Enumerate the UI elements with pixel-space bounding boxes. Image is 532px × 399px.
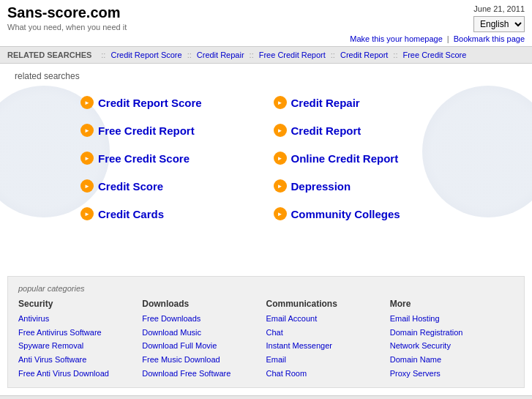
cat-link-network-security[interactable]: Network Security (390, 339, 514, 353)
arrow-icon (274, 124, 287, 137)
page-wrapper: Sans-score.com What you need, when you n… (0, 0, 532, 399)
popular-categories-title: popular categories (18, 284, 514, 293)
link-online-credit-report[interactable]: Online Credit Report (291, 152, 399, 165)
cat-link-download-sw[interactable]: Download Free Software (142, 367, 266, 381)
category-communications: Communications Email Account Chat Instan… (266, 299, 390, 380)
search-link-item: Credit Score (73, 172, 266, 200)
cat-link-download-movie[interactable]: Download Full Movie (142, 339, 266, 353)
popular-categories-section: popular categories Security Antivirus Fr… (7, 276, 525, 388)
categories-grid: Security Antivirus Free Antivirus Softwa… (18, 299, 514, 380)
category-more: More Email Hosting Domain Registration N… (390, 299, 514, 380)
arrow-icon (80, 179, 94, 193)
cat-link-free-antivirus[interactable]: Free Antivirus Software (18, 326, 142, 340)
link-credit-report-score[interactable]: Credit Report Score (98, 97, 202, 109)
site-logo: Sans-score.com (7, 4, 127, 21)
category-heading-communications: Communications (266, 299, 390, 309)
arrow-icon (274, 207, 287, 220)
arrow-icon (80, 124, 94, 137)
cat-link-domain-name[interactable]: Domain Name (390, 353, 514, 367)
cat-link-email[interactable]: Email (266, 353, 390, 367)
cat-link-email-hosting[interactable]: Email Hosting (390, 312, 514, 326)
arrow-icon (80, 207, 94, 220)
sep1: :: (101, 51, 105, 59)
top-bar: Sans-score.com What you need, when you n… (0, 0, 532, 47)
bottom-search-bar: 🔍 Search (0, 395, 532, 399)
search-link-item: Free Credit Score (73, 144, 266, 172)
arrow-icon (274, 96, 287, 109)
search-link-item: Online Credit Report (266, 144, 460, 172)
language-select[interactable]: English (473, 16, 525, 32)
bookmark-link[interactable]: Bookmark this page (454, 34, 525, 43)
top-right: June 21, 2011 English Make this your hom… (350, 4, 525, 43)
main-content: related searches Credit Report Score Cre… (0, 64, 532, 269)
search-links-grid: Credit Report Score Credit Repair Free C… (73, 89, 459, 228)
search-link-item: Depression (266, 172, 460, 200)
arrow-icon (274, 179, 287, 193)
link-separator: | (447, 34, 452, 43)
link-credit-cards[interactable]: Credit Cards (98, 208, 164, 220)
arrow-icon (80, 152, 94, 165)
cat-link-domain-reg[interactable]: Domain Registration (390, 326, 514, 340)
related-bar-link-3[interactable]: Free Credit Report (259, 51, 326, 59)
cat-link-chat[interactable]: Chat (266, 326, 390, 340)
search-link-item: Credit Report Score (73, 89, 266, 116)
link-credit-report[interactable]: Credit Report (291, 124, 361, 137)
cat-link-free-antivirus-dl[interactable]: Free Anti Virus Download (18, 367, 142, 381)
arrow-icon (80, 96, 94, 109)
cat-link-free-music[interactable]: Free Music Download (142, 353, 266, 367)
cat-link-email-account[interactable]: Email Account (266, 312, 390, 326)
link-depression[interactable]: Depression (291, 180, 351, 193)
cat-link-download-music[interactable]: Download Music (142, 326, 266, 340)
search-link-item: Credit Cards (73, 200, 266, 228)
date-display: June 21, 2011 (350, 4, 525, 13)
cat-link-spyware[interactable]: Spyware Removal (18, 339, 142, 353)
cat-link-free-downloads[interactable]: Free Downloads (142, 312, 266, 326)
search-link-item: Community Colleges (266, 200, 460, 228)
link-community-colleges[interactable]: Community Colleges (291, 208, 400, 220)
link-free-credit-score[interactable]: Free Credit Score (98, 152, 190, 165)
related-searches-title: related searches (15, 71, 517, 81)
category-security: Security Antivirus Free Antivirus Softwa… (18, 299, 142, 380)
related-bar-link-4[interactable]: Credit Report (340, 51, 388, 59)
related-searches-bar: RELATED SEARCHES :: Credit Report Score … (0, 47, 532, 64)
related-bar-label: RELATED SEARCHES (7, 51, 91, 59)
cat-link-proxy[interactable]: Proxy Servers (390, 367, 514, 381)
cat-link-antivirus[interactable]: Antivirus (18, 312, 142, 326)
link-free-credit-report[interactable]: Free Credit Report (98, 124, 195, 137)
cat-link-antivirus-sw[interactable]: Anti Virus Software (18, 353, 142, 367)
logo-area: Sans-score.com What you need, when you n… (7, 4, 127, 31)
category-downloads: Downloads Free Downloads Download Music … (142, 299, 266, 380)
search-link-item: Free Credit Report (73, 116, 266, 144)
related-bar-link-2[interactable]: Credit Repair (197, 51, 244, 59)
search-link-item: Credit Report (266, 116, 460, 144)
cat-link-instant-messenger[interactable]: Instant Messenger (266, 339, 390, 353)
site-tagline: What you need, when you need it (7, 23, 127, 31)
related-bar-link-5[interactable]: Free Credit Score (402, 51, 466, 59)
arrow-icon (274, 152, 287, 165)
top-links: Make this your homepage | Bookmark this … (350, 34, 525, 43)
category-heading-downloads: Downloads (142, 299, 266, 309)
cat-link-chat-room[interactable]: Chat Room (266, 367, 390, 381)
category-heading-more: More (390, 299, 514, 309)
link-credit-repair[interactable]: Credit Repair (291, 97, 360, 109)
link-credit-score[interactable]: Credit Score (98, 180, 163, 193)
homepage-link[interactable]: Make this your homepage (350, 34, 443, 43)
search-link-item: Credit Repair (266, 89, 460, 116)
related-bar-link-1[interactable]: Credit Report Score (110, 51, 181, 59)
category-heading-security: Security (18, 299, 142, 309)
